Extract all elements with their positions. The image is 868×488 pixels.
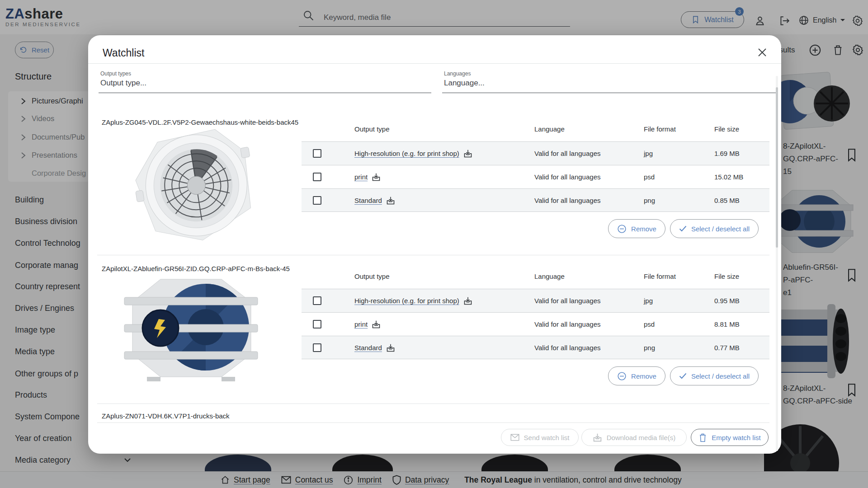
column-header-file-size: File size [714, 267, 739, 286]
select-button-label: Select / deselect all [691, 372, 750, 380]
watchlist-modal: Watchlist Output types Output type... La… [88, 35, 781, 454]
output-type-link[interactable]: print [354, 320, 368, 328]
table-row: Standard Valid for all languages png 0.8… [302, 188, 769, 212]
column-header-language: Language [534, 267, 565, 286]
download-icon [593, 433, 602, 442]
column-header-output-type: Output type [354, 120, 390, 138]
output-type-link[interactable]: print [354, 173, 368, 181]
languages-filter-label: Languages [444, 70, 471, 77]
close-icon[interactable] [757, 47, 768, 58]
row-file-size: 0.77 MB [714, 336, 740, 360]
download-media-files-button[interactable]: Download media file(s) [581, 429, 687, 446]
row-file-size: 15.02 MB [714, 165, 743, 189]
row-file-size: 8.81 MB [714, 313, 740, 336]
product-image-centrifugal-fan [115, 274, 264, 387]
output-type-link[interactable]: High-resolution (e.g. for print shop) [354, 297, 459, 305]
modal-title: Watchlist [103, 47, 144, 59]
row-file-format: psd [644, 313, 655, 336]
minus-circle-icon [617, 224, 627, 234]
row-file-format: png [644, 336, 655, 360]
table-row: High-resolution (e.g. for print shop) Va… [302, 141, 769, 165]
select-deselect-all-button[interactable]: Select / deselect all [670, 366, 759, 385]
divider [88, 63, 781, 64]
remove-button-label: Remove [631, 225, 656, 233]
table-row: print Valid for all languages psd 15.02 … [302, 165, 769, 188]
row-file-format: jpg [644, 289, 653, 313]
download-icon[interactable] [372, 320, 381, 329]
output-type-link[interactable]: High-resolution (e.g. for print shop) [354, 150, 459, 157]
remove-button-label: Remove [631, 372, 656, 380]
envelope-icon [510, 434, 519, 441]
send-watchlist-button[interactable]: Send watch list [501, 429, 579, 446]
column-header-file-size: File size [714, 120, 739, 138]
row-file-format: jpg [644, 142, 653, 165]
output-types-filter-label: Output types [100, 70, 131, 77]
row-checkbox[interactable] [313, 296, 321, 305]
column-header-file-format: File format [644, 267, 676, 286]
check-icon [679, 225, 687, 232]
download-media-files-label: Download media file(s) [607, 434, 676, 441]
row-language: Valid for all languages [534, 336, 600, 360]
table-row: High-resolution (e.g. for print shop) Va… [302, 289, 769, 312]
download-icon[interactable] [386, 196, 395, 205]
select-button-label: Select / deselect all [691, 225, 750, 233]
row-checkbox[interactable] [313, 173, 321, 181]
row-file-size: 0.95 MB [714, 289, 740, 313]
download-icon[interactable] [463, 296, 472, 305]
column-header-output-type: Output type [354, 267, 390, 286]
output-type-link[interactable]: Standard [354, 197, 382, 204]
column-header-file-format: File format [644, 120, 676, 138]
remove-item-button[interactable]: Remove [608, 366, 665, 385]
row-file-format: png [644, 189, 655, 212]
filter-underline [99, 93, 431, 93]
select-deselect-all-button[interactable]: Select / deselect all [670, 219, 759, 238]
trash-icon [698, 433, 707, 442]
output-type-link[interactable]: Standard [354, 344, 382, 352]
row-language: Valid for all languages [534, 189, 600, 212]
divider [97, 404, 769, 404]
filter-underline [442, 93, 777, 93]
product-image-axial-fan [122, 128, 267, 248]
row-language: Valid for all languages [534, 289, 600, 313]
row-language: Valid for all languages [534, 142, 600, 165]
row-checkbox[interactable] [313, 343, 321, 352]
media-item-name: ZAplus-ZG045-VDL.2F.V5P2-Gewaechshaus-wh… [102, 118, 298, 126]
empty-watchlist-label: Empty watch list [712, 434, 760, 441]
modal-scrollbar-thumb[interactable] [776, 87, 778, 248]
row-language: Valid for all languages [534, 165, 600, 189]
remove-item-button[interactable]: Remove [608, 219, 665, 238]
row-checkbox[interactable] [313, 196, 321, 205]
divider [97, 255, 769, 255]
row-language: Valid for all languages [534, 313, 600, 336]
languages-filter-select[interactable]: Language... [444, 79, 485, 88]
output-types-filter-select[interactable]: Output type... [100, 79, 146, 88]
media-item-name: ZApilotXL-ZAbluefin-GR56I-ZID.GQ.CRP-aPF… [102, 265, 290, 272]
row-checkbox[interactable] [313, 149, 321, 158]
row-file-format: psd [644, 165, 655, 189]
download-icon[interactable] [463, 149, 472, 158]
row-file-size: 1.69 MB [714, 142, 740, 165]
check-icon [679, 373, 687, 379]
empty-watchlist-button[interactable]: Empty watch list [691, 429, 769, 446]
row-checkbox[interactable] [313, 320, 321, 328]
column-header-language: Language [534, 120, 565, 138]
divider [97, 422, 769, 423]
row-file-size: 0.85 MB [714, 189, 740, 212]
download-icon[interactable] [372, 173, 381, 182]
media-item-name: ZAplus-ZN071-VDH.6K.V7P1-drucks-back [102, 412, 230, 420]
table-row: print Valid for all languages psd 8.81 M… [302, 312, 769, 336]
minus-circle-icon [617, 371, 627, 381]
download-icon[interactable] [386, 343, 395, 352]
table-row: Standard Valid for all languages png 0.7… [302, 336, 769, 359]
send-watchlist-label: Send watch list [524, 434, 570, 441]
